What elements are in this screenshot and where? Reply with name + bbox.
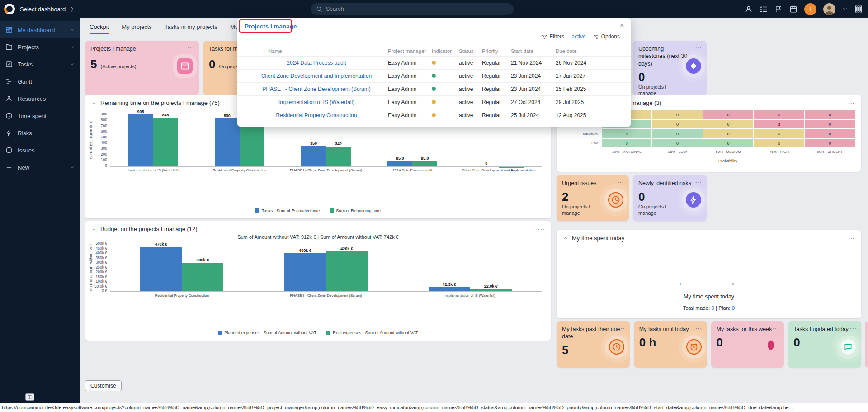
legend-swatch — [218, 331, 222, 335]
risk-cell[interactable]: 0 — [754, 129, 804, 138]
options-button[interactable]: Options — [593, 33, 620, 40]
total-made-value[interactable]: 0 — [712, 305, 714, 311]
risk-cell[interactable]: 0 — [652, 139, 702, 147]
sidebar-item-resources[interactable]: Resources — [0, 90, 80, 107]
sidebar-item-new[interactable]: New — [0, 159, 80, 176]
panel-menu-icon[interactable]: ⋯ — [538, 226, 545, 232]
project-row[interactable]: Residential Property ConstructionEasy Ad… — [237, 109, 631, 122]
risk-cell[interactable]: 0 — [703, 120, 753, 128]
risk-cell[interactable]: 0 — [703, 139, 753, 147]
risk-cell[interactable]: 0 — [703, 110, 753, 119]
project-due-date: 26 Nov 2024 — [556, 60, 586, 66]
filter-active-link[interactable]: active — [571, 33, 585, 40]
tab-tasks-in-my-projects[interactable]: Tasks in my projects — [165, 24, 217, 34]
risk-cell[interactable]: 0 — [754, 110, 804, 119]
collapse-panel-icon[interactable] — [563, 236, 568, 241]
search-bar[interactable] — [311, 3, 514, 15]
project-name-link[interactable]: Residential Property Construction — [246, 112, 387, 118]
panel-title: Remaining time on the projects I manage … — [100, 99, 220, 106]
risk-cell[interactable]: 0 — [703, 129, 753, 138]
project-row[interactable]: Implementation of IS (Waterfall)Easy Adm… — [237, 95, 631, 109]
project-row[interactable]: Client Zone Development and Implementati… — [237, 69, 631, 82]
risk-cell[interactable]: 0 — [754, 139, 804, 147]
card-upcoming-milestones[interactable]: ⋯ Upcoming milestones (next 30 days) 0 O… — [633, 41, 707, 95]
project-name-link[interactable]: Client Zone Development and Implementati… — [246, 73, 387, 79]
sidebar-item-tasks[interactable]: Tasks — [0, 56, 80, 73]
diamond-icon — [689, 62, 698, 71]
panel-menu-icon[interactable]: ⋯ — [848, 99, 855, 106]
risk-cell[interactable]: 0 — [602, 139, 651, 147]
chat-badge — [840, 339, 856, 355]
project-name-link[interactable]: PHASE I - Client Zone Development (Scrum… — [246, 86, 387, 92]
project-row[interactable]: 2024 Data Process auditEasy AdminactiveR… — [237, 56, 631, 69]
search-input[interactable] — [326, 6, 508, 12]
card-menu-icon[interactable]: ⋯ — [617, 179, 624, 185]
sidebar-item-risks[interactable]: Risks — [0, 124, 80, 142]
user-icon[interactable] — [745, 5, 753, 13]
sidebar-item-my-dashboard[interactable]: My dashboard — [0, 21, 80, 38]
risk-cell[interactable]: 0 — [805, 110, 855, 119]
dashboard-switch-icon[interactable] — [69, 6, 75, 12]
collapse-panel-icon[interactable] — [91, 227, 97, 232]
card-my-tasks-until-today[interactable]: ⋯My tasks until today0 h — [634, 321, 707, 368]
project-name-link[interactable]: 2024 Data Process audit — [246, 60, 387, 66]
risk-cell[interactable]: 0 — [602, 129, 651, 138]
risk-cell[interactable]: 0 — [652, 110, 702, 119]
card-menu-icon[interactable]: ⋯ — [772, 325, 779, 331]
risk-cell[interactable]: 0 — [652, 129, 702, 138]
project-start-date: 23 Jun 2024 — [511, 86, 541, 92]
time-spent-panel: My time spent today ⋯ 0 0 My time spent … — [557, 230, 861, 318]
sidebar-item-projects[interactable]: Projects — [0, 38, 80, 56]
card-projects-i-manage[interactable]: ⋯ Projects I manage 5 (Active projects) — [85, 41, 199, 95]
flag-icon[interactable] — [774, 5, 783, 13]
card-menu-icon[interactable]: ⋯ — [695, 179, 702, 185]
card-menu-icon[interactable]: ⋯ — [695, 325, 703, 331]
card-newly-identified-risks[interactable]: ⋯ Newly identified risks 0 On projects I… — [633, 175, 707, 221]
axis-zero-label: 0 — [679, 282, 681, 286]
card-menu-icon[interactable]: ⋯ — [618, 325, 625, 331]
checklist-icon[interactable] — [760, 5, 768, 13]
tab-cockpit[interactable]: Cockpit — [90, 24, 109, 34]
indicator-dot — [432, 112, 436, 118]
risk-cell[interactable]: 0 — [805, 129, 855, 138]
y-tick-label: 600 — [101, 129, 107, 133]
matrix-row-label: LOW — [563, 139, 601, 147]
avatar[interactable] — [823, 3, 835, 15]
risk-cell[interactable]: 0 — [652, 120, 702, 128]
card-menu-icon[interactable]: ⋯ — [187, 44, 194, 51]
panel-menu-icon[interactable]: ⋯ — [848, 235, 855, 242]
tab-my-projects[interactable]: My projects — [122, 24, 151, 34]
collapse-panel-icon[interactable] — [91, 100, 97, 106]
risk-cell[interactable]: 0 — [805, 139, 855, 147]
sidebar-item-gantt[interactable]: Gantt — [0, 73, 80, 90]
card-menu-icon[interactable]: ⋯ — [849, 325, 857, 331]
chevron-down-icon[interactable] — [842, 6, 848, 12]
window-glyph-icon — [180, 62, 189, 71]
add-button[interactable] — [804, 3, 816, 15]
top-bar: Select dashboard — [0, 0, 868, 18]
card-tasks-i-updated-today[interactable]: ⋯Tasks I updated today0 — [788, 321, 861, 368]
dashboard-selector[interactable]: Select dashboard — [20, 6, 66, 13]
matrix-column-labels: 10% - MARGINAL25% - LOW50% - MEDIUM75% -… — [563, 148, 855, 157]
plan-value[interactable]: 0 — [732, 305, 735, 311]
sidebar-item-issues[interactable]: Issues — [0, 142, 80, 159]
project-name-link[interactable]: Implementation of IS (Waterfall) — [246, 99, 387, 105]
sidebar-collapse-button[interactable] — [25, 393, 34, 401]
filters-button[interactable]: Filters — [542, 33, 565, 40]
app-logo-icon[interactable] — [4, 4, 15, 14]
customise-button[interactable]: Customise — [85, 380, 122, 391]
close-icon[interactable]: × — [619, 21, 624, 30]
apps-grid-icon[interactable] — [854, 5, 863, 13]
sidebar-item-time-spent[interactable]: Time spent — [0, 107, 80, 124]
card-my-tasks-for-this-week[interactable]: ⋯My tasks for this week0 — [711, 321, 784, 368]
card-title: My tasks past their due date — [562, 326, 624, 341]
risk-cell[interactable]: 3 — [754, 120, 804, 128]
card-my-tasks-past-their-due-date[interactable]: ⋯My tasks past their due date5 — [557, 321, 630, 368]
card-menu-icon[interactable]: ⋯ — [695, 44, 702, 51]
card-urgent-issues[interactable]: ⋯ Urgent issues 2 On projects I manage — [557, 175, 629, 221]
calendar-icon[interactable] — [789, 5, 797, 13]
filters-label: Filters — [550, 33, 565, 40]
bar — [387, 161, 412, 166]
risk-cell[interactable]: 0 — [805, 120, 855, 128]
project-row[interactable]: PHASE I - Client Zone Development (Scrum… — [237, 82, 631, 95]
